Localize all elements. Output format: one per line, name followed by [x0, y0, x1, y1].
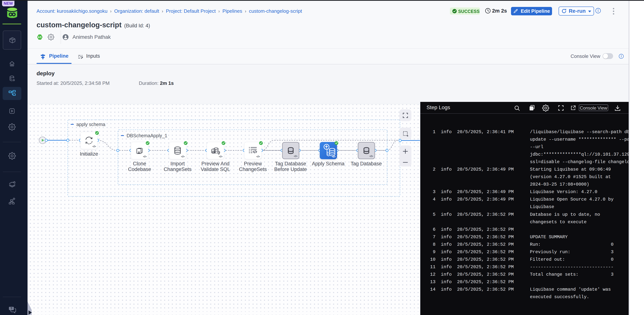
svg-text:?: ? [10, 307, 12, 310]
